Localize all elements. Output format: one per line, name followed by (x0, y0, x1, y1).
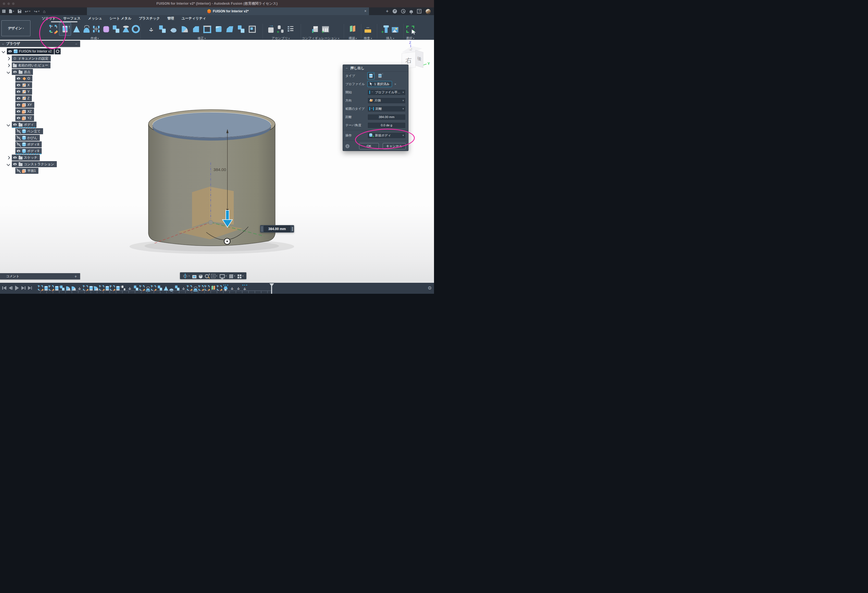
configuration-table-icon[interactable] (322, 24, 330, 34)
tree-row-body-penstand[interactable]: ペン立て (15, 128, 43, 134)
tree-row-body8[interactable]: ボディ8 (15, 141, 42, 148)
timeline-feature-icon[interactable] (60, 285, 65, 290)
chevron-right-icon[interactable] (7, 156, 10, 160)
timeline-feature-icon[interactable] (187, 286, 192, 290)
fillet-icon[interactable] (181, 24, 189, 34)
visibility-eye-icon[interactable] (13, 155, 17, 160)
timeline-feature-icon[interactable] (110, 286, 115, 290)
timeline-feature-icon[interactable] (77, 285, 82, 290)
notifications-icon[interactable] (410, 10, 413, 13)
visibility-eye-off-icon[interactable] (16, 142, 21, 146)
timeline-feature-icon[interactable] (199, 286, 204, 290)
tree-row-plane1[interactable]: 平面1 (15, 168, 38, 174)
pan-icon[interactable] (199, 274, 202, 278)
tree-row-document-settings[interactable]: ⚙ドキュメントの設定 (7, 55, 51, 62)
chevron-down-icon[interactable] (7, 163, 10, 166)
timeline-feature-icon[interactable] (72, 286, 76, 290)
timeline-feature-icon[interactable] (134, 285, 139, 290)
tree-row-body9[interactable]: ボディ9 (15, 148, 42, 154)
timeline-feature-icon[interactable] (140, 286, 145, 290)
timeline-feature-icon[interactable] (242, 285, 247, 290)
tab-plastic[interactable]: プラスチック (139, 16, 160, 21)
chevron-right-icon[interactable] (7, 57, 10, 61)
visibility-eye-off-icon[interactable] (16, 136, 21, 140)
measure-icon[interactable] (364, 24, 372, 34)
move-copy-icon[interactable] (147, 24, 155, 34)
play-button[interactable] (15, 285, 19, 290)
bom-icon[interactable] (286, 24, 295, 34)
start-dropdown[interactable]: プロファイル平...▾ (368, 89, 406, 96)
chamfer-icon[interactable] (192, 24, 200, 34)
tab-mesh[interactable]: メッシュ (88, 16, 102, 21)
timeline-feature-icon[interactable] (151, 286, 156, 290)
configuration-icon[interactable] (311, 24, 320, 34)
visibility-eye-icon[interactable] (16, 76, 21, 81)
timeline-feature-icon[interactable] (211, 285, 216, 290)
tree-row-root[interactable]: FUISON for Interior v2 (2, 48, 61, 54)
visibility-eye-icon[interactable] (16, 109, 21, 114)
activate-component-radio[interactable] (55, 48, 61, 54)
shell-icon[interactable] (203, 24, 211, 34)
go-to-start-button[interactable] (2, 286, 6, 290)
timeline-feature-icon[interactable] (205, 286, 210, 290)
grid-settings-icon[interactable] (229, 274, 235, 278)
extent-type-dropdown[interactable]: 距離▾ (368, 106, 406, 112)
tree-row-axis-x[interactable]: X (15, 82, 32, 88)
job-status-icon[interactable] (401, 9, 406, 13)
workspace-selector[interactable]: デザイン (1, 20, 31, 36)
revolve-icon[interactable] (82, 24, 90, 34)
timeline-feature-icon[interactable] (44, 286, 48, 290)
comments-panel-header[interactable]: コメント + (0, 273, 80, 279)
ok-button[interactable]: OK (359, 143, 379, 149)
undo-icon[interactable]: ↩ (25, 9, 31, 13)
extrude-icon[interactable] (59, 23, 71, 35)
visibility-eye-icon[interactable] (13, 162, 17, 166)
sweep-icon[interactable] (112, 24, 120, 34)
chevron-down-icon[interactable] (1, 50, 5, 53)
drag-grip-icon[interactable] (261, 226, 263, 231)
timeline-feature-icon[interactable] (100, 286, 104, 290)
chevron-down-icon[interactable] (7, 70, 10, 74)
tree-row-body-vase[interactable]: かびん (15, 135, 40, 141)
profile-selection-chip[interactable]: 1 選択済み (368, 81, 392, 87)
visibility-eye-off-icon[interactable] (16, 169, 21, 173)
fit-icon[interactable] (211, 274, 217, 278)
minimize-panel-icon[interactable]: − (75, 42, 77, 46)
pipe-icon[interactable] (132, 24, 140, 34)
joint-icon[interactable] (276, 24, 285, 34)
type-thin-button[interactable] (376, 72, 383, 79)
visibility-eye-icon[interactable] (16, 116, 21, 120)
input-options-icon[interactable]: ●●● (291, 227, 294, 231)
home-icon[interactable]: ⌂ (43, 9, 46, 13)
timeline-feature-icon[interactable] (116, 286, 120, 290)
timeline-playhead[interactable] (269, 283, 275, 294)
timeline-feature-icon[interactable] (49, 286, 54, 290)
form-icon[interactable] (102, 24, 110, 34)
timeline-feature-icon[interactable] (121, 285, 126, 290)
help-icon[interactable]: ? (417, 9, 421, 13)
tree-row-axis-y[interactable]: Y (15, 89, 32, 95)
clear-selection-icon[interactable]: × (394, 82, 396, 86)
tree-row-plane-xz[interactable]: XZ (15, 108, 34, 114)
select-icon[interactable] (406, 24, 414, 34)
construct-plane-icon[interactable] (349, 24, 357, 34)
add-comment-icon[interactable]: + (75, 274, 77, 279)
timeline-feature-icon[interactable] (217, 286, 222, 290)
collapse-panel-icon[interactable]: « (2, 42, 4, 46)
step-back-button[interactable] (9, 286, 13, 290)
redo-icon[interactable]: ↪ (34, 9, 40, 13)
tree-row-axis-z[interactable]: Z (15, 95, 32, 101)
tab-sheetmetal[interactable]: シート メタル (109, 16, 131, 21)
pattern-icon[interactable] (92, 24, 100, 34)
info-icon[interactable]: i (345, 144, 350, 148)
visibility-eye-icon[interactable] (8, 49, 12, 53)
tree-row-bodies[interactable]: ボディ (7, 121, 37, 128)
visibility-eye-icon[interactable] (16, 90, 21, 94)
step-forward-button[interactable] (21, 286, 25, 290)
timeline-feature-icon[interactable] (83, 286, 88, 290)
app-grid-icon[interactable] (2, 10, 6, 13)
timeline-feature-icon[interactable] (175, 285, 180, 290)
insert-fastener-icon[interactable] (381, 24, 389, 34)
timeline-feature-icon[interactable] (164, 286, 168, 290)
tab-manage[interactable]: 管理 (167, 16, 174, 21)
